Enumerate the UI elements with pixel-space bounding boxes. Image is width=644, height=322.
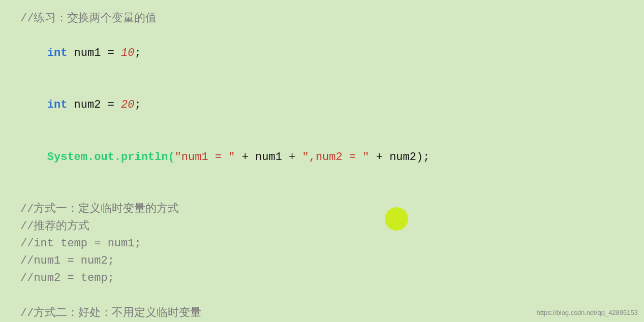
- num-20: 20: [121, 99, 134, 111]
- line-comment-10: //方式二：好处：不用定义临时变量: [20, 305, 624, 322]
- watermark: https://blog.csdn.net/qq_42895153: [537, 308, 638, 318]
- plain-3b: ;: [134, 99, 141, 111]
- line-4: System.out.println("num1 = " + num1 + ",…: [20, 132, 624, 183]
- line-comment-7: //int temp = num1;: [20, 235, 624, 252]
- line-comment-6: //推荐的方式: [20, 218, 624, 235]
- string-num1: "num1 = ": [175, 151, 235, 164]
- line-comment-9: //num2 = temp;: [20, 270, 624, 287]
- plain-3a: num2 =: [67, 99, 121, 111]
- cursor-highlight: [385, 207, 408, 231]
- empty-1: [20, 183, 624, 201]
- keyword-int-2: int: [47, 99, 68, 111]
- system-call-1: System.out.println(: [47, 151, 175, 164]
- code-area: //练习：交换两个变量的值 int num1 = 10; int num2 = …: [0, 0, 644, 322]
- line-comment-1: //练习：交换两个变量的值: [20, 10, 624, 27]
- line-3: int num2 = 20;: [20, 79, 624, 131]
- line-comment-5: //方式一：定义临时变量的方式: [20, 201, 624, 218]
- line-2: int num1 = 10;: [20, 27, 624, 79]
- num-10: 10: [121, 47, 134, 59]
- keyword-int-1: int: [47, 47, 68, 59]
- line-comment-8: //num1 = num2;: [20, 252, 624, 270]
- string-num2: ",num2 = ": [302, 151, 370, 164]
- plain-2b: ;: [134, 47, 141, 59]
- plain-2a: num1 =: [67, 47, 121, 59]
- plain-4a: + num1 +: [235, 151, 302, 164]
- empty-2: [20, 287, 624, 305]
- plain-4b: + num2);: [370, 151, 430, 164]
